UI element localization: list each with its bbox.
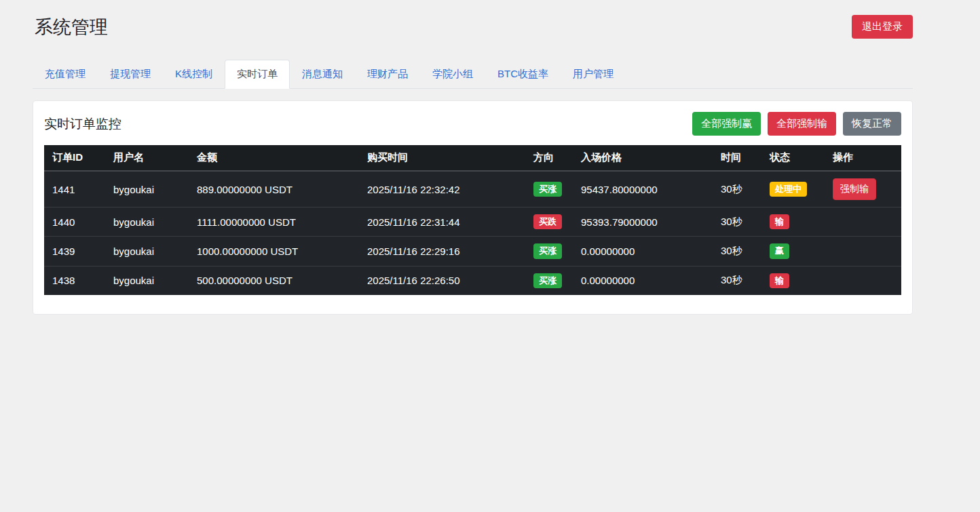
order-id-cell: 1438 (44, 266, 105, 295)
direction-cell: 买涨 (525, 237, 573, 266)
entry-price-cell: 0.00000000 (573, 237, 713, 266)
operation-cell (825, 237, 901, 266)
force-all-win-button[interactable]: 全部强制赢 (692, 112, 761, 136)
table-row: 1441 bygoukai 889.00000000 USDT 2025/11/… (44, 171, 901, 208)
username-cell: bygoukai (105, 208, 189, 237)
realtime-orders-panel: 实时订单监控 全部强制赢 全部强制输 恢复正常 订单ID 用户名 金额 购买时间… (33, 100, 913, 315)
col-header-order-id: 订单ID (44, 145, 105, 171)
force-lose-button[interactable]: 强制输 (833, 178, 876, 200)
username-cell: bygoukai (105, 171, 189, 208)
username-cell: bygoukai (105, 237, 189, 266)
orders-table: 订单ID 用户名 金额 购买时间 方向 入场价格 时间 状态 操作 1441 b… (44, 145, 901, 295)
order-id-cell: 1441 (44, 171, 105, 208)
table-row: 1439 bygoukai 1000.00000000 USDT 2025/11… (44, 237, 901, 266)
status-cell: 输 (761, 208, 825, 237)
amount-cell: 1111.00000000 USDT (189, 208, 359, 237)
logout-button[interactable]: 退出登录 (852, 15, 913, 39)
operation-cell (825, 208, 901, 237)
status-badge: 处理中 (770, 182, 807, 197)
col-header-buy-time: 购买时间 (359, 145, 525, 171)
tab-academy-groups[interactable]: 学院小组 (420, 60, 485, 89)
page-container: 系统管理 退出登录 充值管理 提现管理 K线控制 实时订单 消息通知 理财产品 … (0, 0, 980, 315)
tab-message-notifications[interactable]: 消息通知 (290, 60, 355, 89)
duration-cell: 30秒 (713, 266, 761, 295)
status-badge: 输 (770, 273, 789, 288)
tab-withdrawal-management[interactable]: 提现管理 (98, 60, 163, 89)
orders-table-body: 1441 bygoukai 889.00000000 USDT 2025/11/… (44, 171, 901, 295)
panel-title: 实时订单监控 (44, 115, 121, 133)
buy-time-cell: 2025/11/16 22:32:42 (359, 171, 525, 208)
status-cell: 处理中 (761, 171, 825, 208)
entry-price-cell: 95393.79000000 (573, 208, 713, 237)
panel-actions: 全部强制赢 全部强制输 恢复正常 (692, 112, 901, 136)
amount-cell: 500.00000000 USDT (189, 266, 359, 295)
amount-cell: 889.00000000 USDT (189, 171, 359, 208)
direction-badge: 买涨 (533, 243, 562, 258)
amount-cell: 1000.00000000 USDT (189, 237, 359, 266)
header-row: 订单ID 用户名 金额 购买时间 方向 入场价格 时间 状态 操作 (44, 145, 901, 171)
buy-time-cell: 2025/11/16 22:31:44 (359, 208, 525, 237)
duration-cell: 30秒 (713, 171, 761, 208)
col-header-amount: 金额 (189, 145, 359, 171)
tab-btc-yield[interactable]: BTC收益率 (485, 60, 561, 89)
col-header-operation: 操作 (825, 145, 901, 171)
buy-time-cell: 2025/11/16 22:29:16 (359, 237, 525, 266)
panel-header: 实时订单监控 全部强制赢 全部强制输 恢复正常 (44, 112, 901, 136)
table-row: 1440 bygoukai 1111.00000000 USDT 2025/11… (44, 208, 901, 237)
order-id-cell: 1439 (44, 237, 105, 266)
col-header-duration: 时间 (713, 145, 761, 171)
status-cell: 赢 (761, 237, 825, 266)
operation-cell: 强制输 (825, 171, 901, 208)
force-all-lose-button[interactable]: 全部强制输 (768, 112, 836, 136)
direction-cell: 买涨 (525, 171, 573, 208)
page-header: 系统管理 退出登录 (33, 15, 913, 39)
status-cell: 输 (761, 266, 825, 295)
orders-table-head: 订单ID 用户名 金额 购买时间 方向 入场价格 时间 状态 操作 (44, 145, 901, 171)
direction-cell: 买跌 (525, 208, 573, 237)
table-row: 1438 bygoukai 500.00000000 USDT 2025/11/… (44, 266, 901, 295)
col-header-direction: 方向 (525, 145, 573, 171)
buy-time-cell: 2025/11/16 22:26:50 (359, 266, 525, 295)
direction-badge: 买涨 (533, 182, 562, 197)
entry-price-cell: 95437.80000000 (573, 171, 713, 208)
tab-bar: 充值管理 提现管理 K线控制 实时订单 消息通知 理财产品 学院小组 BTC收益… (33, 60, 913, 89)
tab-wealth-products[interactable]: 理财产品 (355, 60, 420, 89)
entry-price-cell: 0.00000000 (573, 266, 713, 295)
tab-realtime-orders[interactable]: 实时订单 (225, 60, 290, 89)
duration-cell: 30秒 (713, 208, 761, 237)
username-cell: bygoukai (105, 266, 189, 295)
tab-kline-control[interactable]: K线控制 (163, 60, 225, 89)
direction-badge: 买涨 (533, 273, 562, 288)
status-badge: 输 (770, 214, 789, 229)
page-title: 系统管理 (33, 15, 108, 39)
status-badge: 赢 (770, 243, 789, 258)
col-header-username: 用户名 (105, 145, 189, 171)
restore-normal-button[interactable]: 恢复正常 (843, 112, 901, 136)
order-id-cell: 1440 (44, 208, 105, 237)
direction-badge: 买跌 (533, 214, 562, 229)
operation-cell (825, 266, 901, 295)
direction-cell: 买涨 (525, 266, 573, 295)
col-header-entry-price: 入场价格 (573, 145, 713, 171)
duration-cell: 30秒 (713, 237, 761, 266)
tab-recharge-management[interactable]: 充值管理 (33, 60, 98, 89)
tab-user-management[interactable]: 用户管理 (561, 60, 626, 89)
col-header-status: 状态 (761, 145, 825, 171)
